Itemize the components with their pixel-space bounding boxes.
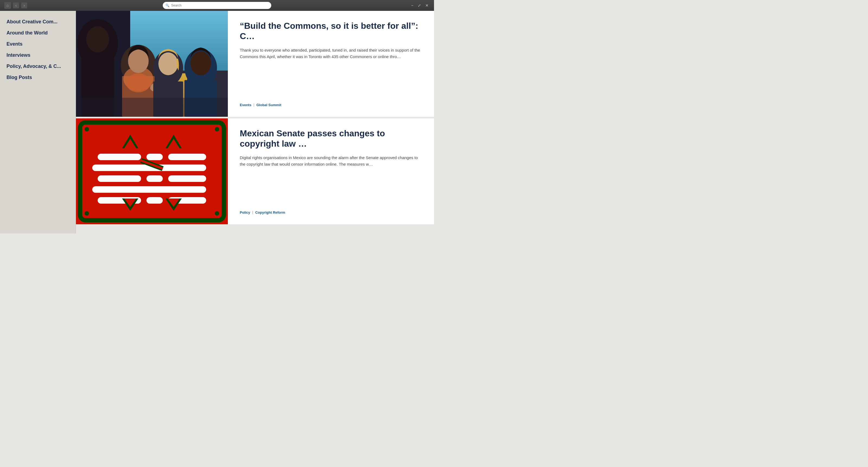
sidebar-item-around-the-world[interactable]: Around the World <box>0 27 76 38</box>
browser-controls: ⌂ ‹ › <box>4 2 27 9</box>
svg-point-48 <box>215 211 219 215</box>
tag-separator-1: | <box>254 103 254 107</box>
maximize-button[interactable]: ⤢ <box>416 3 422 8</box>
article-tags-mexican-senate: Policy | Copyright Reform <box>240 210 422 214</box>
address-bar: 🔍 <box>163 2 271 9</box>
svg-point-11 <box>126 73 151 92</box>
svg-rect-37 <box>92 186 206 193</box>
svg-point-19 <box>190 51 211 75</box>
search-icon: 🔍 <box>165 3 169 8</box>
svg-rect-36 <box>168 175 206 182</box>
window-controls: − ⤢ ✕ <box>410 3 430 8</box>
sidebar-item-events[interactable]: Events <box>0 38 76 50</box>
sidebar-item-interviews[interactable]: Interviews <box>0 50 76 61</box>
minimize-button[interactable]: − <box>410 3 414 8</box>
content-area: “Build the Commons, so it is better for … <box>76 11 434 233</box>
sidebar-item-about[interactable]: About Creative Com... <box>0 16 76 27</box>
article-text-build-commons: “Build the Commons, so it is better for … <box>228 11 434 117</box>
article-title-build-commons[interactable]: “Build the Commons, so it is better for … <box>240 21 422 41</box>
svg-rect-30 <box>168 154 206 160</box>
svg-rect-39 <box>147 197 163 204</box>
svg-point-47 <box>85 211 89 215</box>
svg-point-16 <box>158 52 178 75</box>
article-card-mexican-senate[interactable]: Mexican Senate passes changes to copyrig… <box>76 118 434 226</box>
app-container: About Creative Com... Around the World E… <box>0 11 434 233</box>
article-excerpt-mexican-senate: Digital rights organisations in Mexico a… <box>240 154 422 168</box>
sidebar-item-policy[interactable]: Policy, Advocacy, & C... <box>0 61 76 72</box>
article-tag-events[interactable]: Events <box>240 103 251 107</box>
back-button[interactable]: ‹ <box>13 2 19 8</box>
svg-rect-29 <box>147 154 163 160</box>
browser-chrome: ⌂ ‹ › 🔍 − ⤢ ✕ <box>0 0 434 11</box>
article-tag-copyright-reform[interactable]: Copyright Reform <box>255 210 285 214</box>
svg-point-7 <box>86 26 109 52</box>
home-button[interactable]: ⌂ <box>4 2 11 9</box>
article-excerpt-build-commons: Thank you to everyone who attended, part… <box>240 47 422 60</box>
svg-rect-20 <box>76 98 228 117</box>
article-title-mexican-senate[interactable]: Mexican Senate passes changes to copyrig… <box>240 128 422 149</box>
svg-point-45 <box>85 127 89 132</box>
svg-rect-28 <box>98 154 141 160</box>
svg-point-46 <box>215 127 219 132</box>
article-image-mexico <box>76 118 228 224</box>
article-card-build-commons[interactable]: “Build the Commons, so it is better for … <box>76 11 434 118</box>
article-tag-policy[interactable]: Policy <box>240 210 250 214</box>
article-text-mexican-senate: Mexican Senate passes changes to copyrig… <box>228 118 434 224</box>
sidebar: About Creative Com... Around the World E… <box>0 11 76 233</box>
svg-rect-34 <box>98 175 141 182</box>
tag-separator-2: | <box>252 210 253 214</box>
article-tags-build-commons: Events | Global Summit <box>240 103 422 107</box>
forward-button[interactable]: › <box>21 2 27 8</box>
svg-rect-35 <box>147 175 163 182</box>
sidebar-item-blog-posts[interactable]: Blog Posts <box>0 72 76 83</box>
close-button[interactable]: ✕ <box>424 3 430 8</box>
article-image-panel <box>76 11 228 117</box>
article-tag-global-summit[interactable]: Global Summit <box>256 103 281 107</box>
search-input[interactable] <box>171 3 269 7</box>
